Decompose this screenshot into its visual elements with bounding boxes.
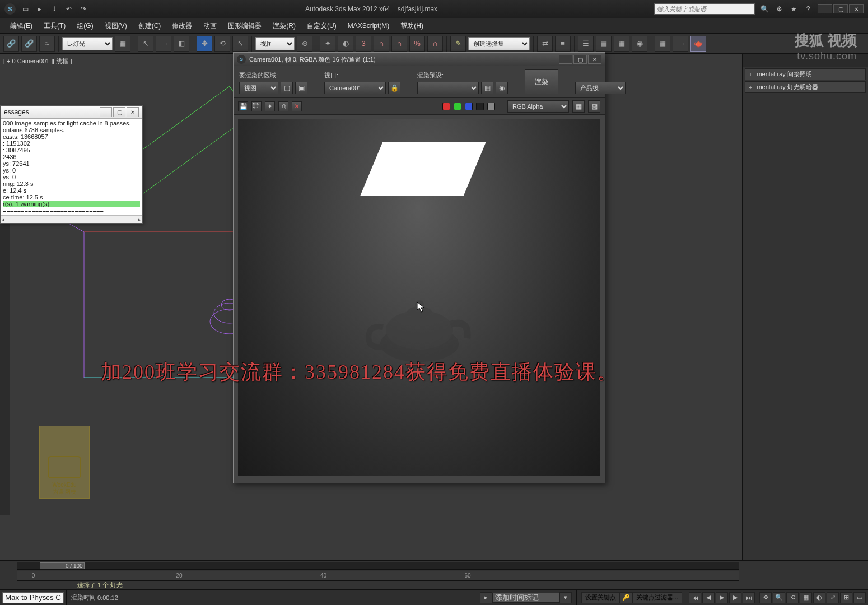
messages-scrollbar[interactable]: ◂▸ bbox=[1, 215, 142, 223]
unlink-icon[interactable]: 🔗̸ bbox=[21, 36, 37, 52]
overlay-b-icon[interactable]: ▩ bbox=[588, 100, 600, 113]
goto-end-icon[interactable]: ⏭ bbox=[743, 592, 755, 603]
rotate-icon[interactable]: ⟲ bbox=[214, 36, 230, 52]
blue-channel[interactable] bbox=[465, 103, 473, 110]
time-slider[interactable]: 0 / 100 bbox=[17, 562, 739, 570]
center-icon[interactable]: ⊕ bbox=[297, 36, 312, 52]
menu-edit[interactable]: 编辑(E) bbox=[4, 19, 38, 33]
mono-channel[interactable] bbox=[487, 103, 495, 110]
search-icon[interactable]: 🔍 bbox=[759, 4, 769, 14]
maximize-icon[interactable]: ▢ bbox=[113, 107, 125, 117]
orbit-icon[interactable]: ⟲ bbox=[786, 592, 799, 603]
snap4-icon[interactable]: ∩ bbox=[427, 36, 443, 52]
print-icon[interactable]: ⎙ bbox=[278, 101, 288, 111]
render-window-titlebar[interactable]: S Camera001, 帧 0, RGBA 颜色 16 位/通道 (1:1) … bbox=[234, 53, 605, 66]
menu-modifiers[interactable]: 修改器 bbox=[166, 19, 198, 33]
save-image-icon[interactable]: 💾 bbox=[238, 101, 248, 111]
open-icon[interactable]: ▸ bbox=[35, 4, 45, 14]
bind-icon[interactable]: ≈ bbox=[39, 36, 55, 52]
nav-b-icon[interactable]: ⤢ bbox=[827, 592, 839, 603]
menu-create[interactable]: 创建(C) bbox=[133, 19, 167, 33]
rw-maximize-button[interactable]: ▢ bbox=[573, 55, 587, 64]
tool-b-icon[interactable]: ★ bbox=[788, 4, 799, 14]
menu-custom[interactable]: 自定义(U) bbox=[301, 19, 342, 33]
schem-icon[interactable]: ▦ bbox=[614, 36, 629, 52]
menu-anim[interactable]: 动画 bbox=[198, 19, 222, 33]
layer-mgr-icon[interactable]: ☰ bbox=[578, 36, 594, 52]
spinner-snap-icon[interactable]: ∩ bbox=[374, 36, 389, 52]
product-select[interactable]: 产品级 bbox=[575, 82, 626, 94]
curve-ed-icon[interactable]: ▤ bbox=[596, 36, 612, 52]
preset-b-icon[interactable]: ◉ bbox=[496, 82, 508, 94]
link-icon[interactable]: 🔗 bbox=[3, 36, 19, 52]
filter-icon[interactable]: ▦ bbox=[115, 36, 130, 52]
snap2-icon[interactable]: ∩ bbox=[391, 36, 407, 52]
redo-icon[interactable]: ↷ bbox=[78, 4, 88, 14]
green-channel[interactable] bbox=[454, 103, 461, 110]
angle-snap-icon[interactable]: ◐ bbox=[338, 36, 353, 52]
menu-view[interactable]: 视图(V) bbox=[99, 19, 133, 33]
copy-icon[interactable]: ⿻ bbox=[251, 101, 262, 111]
mirror-icon[interactable]: ⇄ bbox=[537, 36, 553, 52]
setkey-button[interactable]: 设置关键点 bbox=[581, 592, 620, 603]
nav-a-icon[interactable]: ◐ bbox=[813, 592, 825, 603]
messages-body[interactable]: 000 image samples for light cache in 8 p… bbox=[1, 119, 142, 215]
crop-icon[interactable]: ▣ bbox=[295, 82, 307, 94]
messages-title[interactable]: essages — ▢ ✕ bbox=[1, 106, 142, 119]
overlay-a-icon[interactable]: ▦ bbox=[572, 100, 585, 113]
maximize-button[interactable]: ▢ bbox=[833, 4, 848, 13]
selset-select[interactable]: 创建选择集 bbox=[468, 37, 530, 50]
save-icon[interactable]: ⤓ bbox=[49, 4, 59, 14]
area-select[interactable]: 视图 bbox=[239, 82, 278, 94]
close-icon[interactable]: ✕ bbox=[127, 107, 139, 117]
viewport-label[interactable]: [ + 0 Camera001 ][ 线框 ] bbox=[3, 57, 72, 66]
refcoord-select[interactable]: 视图 bbox=[255, 37, 295, 50]
minimize-button[interactable]: — bbox=[818, 4, 832, 13]
menu-graph[interactable]: 图形编辑器 bbox=[222, 19, 267, 33]
channel-select[interactable]: RGB Alpha bbox=[507, 100, 569, 113]
nav-c-icon[interactable]: ⊞ bbox=[840, 592, 852, 603]
nav-d-icon[interactable]: ▭ bbox=[853, 592, 866, 603]
align-icon[interactable]: ≡ bbox=[555, 36, 571, 52]
play-icon[interactable]: ▶ bbox=[716, 592, 728, 603]
next-frame-icon[interactable]: ▶ bbox=[729, 592, 741, 603]
tag-icon[interactable]: ▸ bbox=[480, 592, 492, 603]
clear-icon[interactable]: ✕ bbox=[292, 101, 302, 111]
max-toggle-icon[interactable]: ▦ bbox=[800, 592, 812, 603]
menu-help[interactable]: 帮助(H) bbox=[395, 19, 429, 33]
time-ruler[interactable]: 0 20 40 60 bbox=[17, 571, 739, 581]
rollout-shader[interactable]: mental ray 灯光明暗器 bbox=[745, 81, 866, 93]
keyfilter-button[interactable]: 关键点过滤器... bbox=[632, 592, 682, 603]
render-icon[interactable]: 🫖 bbox=[690, 36, 706, 52]
menu-tools[interactable]: 工具(T) bbox=[38, 19, 71, 33]
layer-select[interactable]: L-灯光 bbox=[62, 37, 113, 50]
menu-render[interactable]: 渲染(R) bbox=[267, 19, 301, 33]
render-output[interactable] bbox=[238, 119, 600, 476]
preset-a-icon[interactable]: ▦ bbox=[481, 82, 493, 94]
select-rect-icon[interactable]: ▭ bbox=[156, 36, 171, 52]
minimize-icon[interactable]: — bbox=[100, 107, 112, 117]
time-tag-input[interactable] bbox=[492, 593, 559, 603]
zoom-icon[interactable]: 🔍 bbox=[773, 592, 785, 603]
key-icon[interactable]: 🔑 bbox=[620, 592, 632, 603]
script-input[interactable] bbox=[2, 592, 64, 603]
render-frame-icon[interactable]: ▭ bbox=[673, 36, 688, 52]
snap-icon[interactable]: ✦ bbox=[320, 36, 335, 52]
prev-frame-icon[interactable]: ◀ bbox=[702, 592, 715, 603]
select-icon[interactable]: ↖ bbox=[138, 36, 153, 52]
named-sel-icon[interactable]: ✎ bbox=[450, 36, 466, 52]
render-setup-icon[interactable]: ▦ bbox=[655, 36, 670, 52]
clone-icon[interactable]: ✦ bbox=[265, 101, 275, 111]
rollout-indirect[interactable]: mental ray 间接照明 bbox=[745, 68, 866, 80]
select-paint-icon[interactable]: ◧ bbox=[174, 36, 189, 52]
menu-group[interactable]: 组(G) bbox=[71, 19, 99, 33]
alpha-channel[interactable] bbox=[476, 103, 484, 110]
viewport-select[interactable]: Camera001 bbox=[324, 82, 386, 94]
scale-icon[interactable]: ⤡ bbox=[232, 36, 248, 52]
preset-select[interactable]: ----------------- bbox=[417, 82, 479, 94]
rw-minimize-button[interactable]: — bbox=[559, 55, 572, 64]
pan-icon[interactable]: ✥ bbox=[759, 592, 772, 603]
new-icon[interactable]: ▭ bbox=[20, 4, 30, 14]
region-icon[interactable]: ▢ bbox=[281, 82, 293, 94]
tool-a-icon[interactable]: ⚙ bbox=[774, 4, 784, 14]
